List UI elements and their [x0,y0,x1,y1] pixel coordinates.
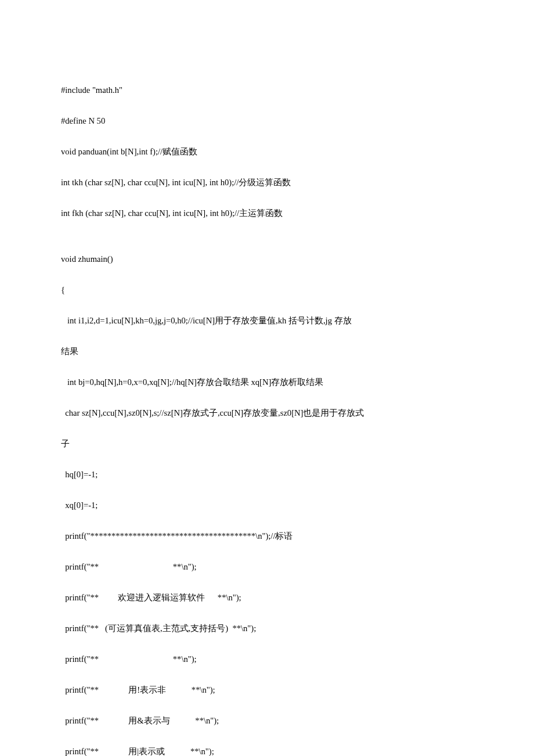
code-line: #include "math.h" [61,82,473,98]
code-line: printf("** **\n"); [61,559,473,575]
code-line: printf("** **\n"); [61,651,473,667]
code-line: int tkh (char sz[N], char ccu[N], int ic… [61,175,473,190]
code-line: printf("** (可运算真值表,主范式,支持括号) **\n"); [61,621,473,636]
code-line: void panduan(int b[N],int f);//赋值函数 [61,144,473,160]
code-line: 结果 [61,344,473,359]
code-line: printf("** 用&表示与 **\n"); [61,713,473,729]
code-line: hq[0]=-1; [61,467,473,483]
document-page: #include "math.h" #define N 50 void pand… [0,0,534,756]
code-line: printf("** 用!表示非 **\n"); [61,682,473,698]
code-line: printf("********************************… [61,528,473,544]
code-line: 子 [61,436,473,452]
code-line: char sz[N],ccu[N],sz0[N],s;//sz[N]存放式子,c… [61,405,473,421]
code-line: void zhumain() [61,251,473,267]
code-line: #define N 50 [61,113,473,129]
code-line: printf("** 欢迎进入逻辑运算软件 **\n"); [61,590,473,606]
code-line: xq[0]=-1; [61,498,473,513]
code-line: { [61,282,473,298]
code-line: printf("** 用|表示或 **\n"); [61,744,473,756]
code-line: int i1,i2,d=1,icu[N],kh=0,jg,j=0,h0;//ic… [61,313,473,329]
code-line: int bj=0,hq[N],h=0,x=0,xq[N];//hq[N]存放合取… [61,375,473,390]
code-line: int fkh (char sz[N], char ccu[N], int ic… [61,206,473,221]
